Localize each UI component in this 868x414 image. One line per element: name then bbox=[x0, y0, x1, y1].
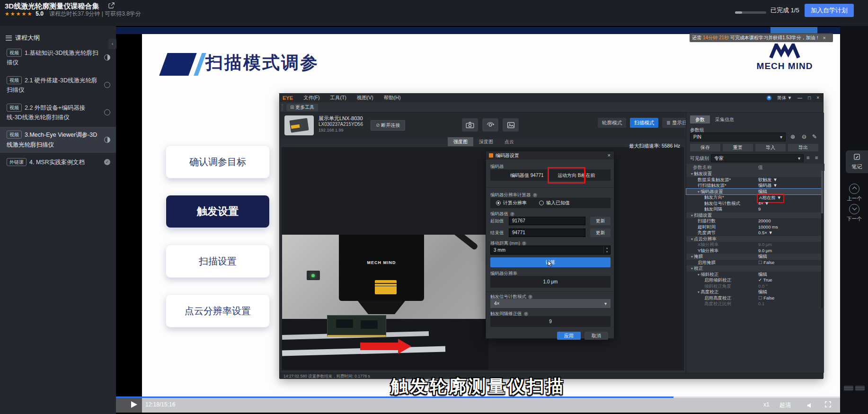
course-outline-item[interactable]: 外链课4. MSR实践案例文档 bbox=[0, 154, 116, 170]
parameter-row[interactable]: 行扫描触发源* 编码器 ▼ bbox=[686, 183, 822, 189]
course-outline-item[interactable]: 视频2.2 外部设备+编码器接线-3D线激光轮廓扫描仪 bbox=[0, 100, 116, 126]
parameter-row[interactable]: 超时时间 10000 ms bbox=[686, 224, 822, 230]
apply-button[interactable]: 应用 bbox=[557, 332, 581, 340]
radio-known-value[interactable]: 输入已知值 bbox=[539, 200, 570, 206]
next-lesson-button[interactable]: 下一个 bbox=[843, 204, 866, 222]
parameter-row[interactable]: 点云分辨率 bbox=[686, 236, 822, 242]
add-group-icon[interactable]: ⊕ bbox=[790, 133, 795, 140]
playback-speed-button[interactable]: x1 bbox=[763, 401, 770, 408]
window-close-button[interactable]: × bbox=[816, 94, 819, 102]
user-account-icon[interactable] bbox=[767, 96, 771, 100]
like-icon[interactable] bbox=[79, 2, 86, 10]
parameter-row[interactable]: 扫描行数 20000 bbox=[686, 218, 822, 224]
save-image-button[interactable] bbox=[503, 118, 519, 132]
view-tab[interactable]: 深度图 bbox=[473, 137, 499, 146]
parameter-row[interactable]: 数据采集触发源* 软触发 ▼ bbox=[686, 177, 822, 183]
dialog-close-icon[interactable]: × bbox=[608, 151, 611, 159]
remove-group-icon[interactable]: ⊖ bbox=[802, 133, 806, 140]
viewer-menu-item[interactable]: 文件(F) bbox=[303, 95, 319, 101]
resolution-mode-radios: 计算分辨率 输入已知值 bbox=[490, 198, 611, 208]
visibility-level-dropdown[interactable]: 专家 bbox=[711, 154, 804, 162]
previous-lesson-button[interactable]: 上一个 bbox=[843, 184, 866, 202]
notice-close-icon[interactable]: × bbox=[823, 35, 826, 41]
parameter-row[interactable]: 扫描设置 bbox=[686, 212, 822, 219]
panel-action-button[interactable]: 保存 bbox=[690, 144, 720, 151]
parameter-row[interactable]: 触发间隔 9 bbox=[686, 206, 822, 212]
sidebar-collapse-button[interactable]: ‹ bbox=[108, 39, 116, 49]
title-accent-shape bbox=[159, 53, 196, 76]
notes-button[interactable]: 笔记 bbox=[846, 150, 868, 173]
mode-button[interactable]: 扫描模式 bbox=[630, 118, 658, 128]
more-tools-button[interactable]: 更多工具 bbox=[286, 104, 318, 111]
disconnect-button[interactable]: 断开连接 bbox=[371, 120, 405, 131]
parameter-row[interactable]: 高度校正比例 0.1 bbox=[686, 301, 822, 307]
parameter-row[interactable]: Y轴分辨率 9.0 μm bbox=[686, 248, 822, 254]
parameter-row[interactable]: 亮度调节 0.5× ▼ bbox=[686, 230, 822, 236]
panel-scrollbar[interactable] bbox=[821, 171, 823, 308]
mini-control-button[interactable] bbox=[855, 386, 865, 391]
viewer-menu-item[interactable]: 视图(V) bbox=[357, 95, 373, 101]
course-outline-item[interactable]: 视频3.Mech-Eye Viewer调参-3D线激光轮廓扫描仪 bbox=[0, 127, 116, 153]
capture-image-button[interactable] bbox=[462, 118, 478, 132]
count-mode-dropdown[interactable]: 4× bbox=[490, 299, 611, 308]
panel-action-button[interactable]: 重置 bbox=[723, 144, 753, 151]
start-value-input[interactable]: 91767 bbox=[509, 217, 585, 225]
parameter-group-dropdown[interactable]: PIN bbox=[690, 132, 786, 141]
mode-button[interactable]: 轮廓模式 bbox=[598, 118, 626, 128]
viewer-menu-item[interactable]: 工具(T) bbox=[330, 95, 346, 101]
parameter-row[interactable]: 启用掩膜 False bbox=[686, 260, 822, 266]
help-icon[interactable] bbox=[522, 241, 526, 246]
parameter-row[interactable]: 启用高度校正 False bbox=[686, 295, 822, 301]
help-icon[interactable] bbox=[510, 212, 514, 216]
panel-action-button[interactable]: 导出 bbox=[788, 144, 818, 151]
parameter-row[interactable]: 高度校正 编辑 bbox=[686, 289, 822, 295]
viewer-menu-item[interactable]: 帮助(H) bbox=[384, 95, 401, 101]
distance-spinner[interactable]: 3 mm▴▾ bbox=[490, 246, 611, 255]
photo-device-label: MECH MIND bbox=[339, 260, 424, 265]
spinner-arrows-icon[interactable]: ▴▾ bbox=[603, 246, 610, 254]
update-start-button[interactable]: 更新 bbox=[590, 217, 611, 225]
parameter-row[interactable]: 编码器设置 编辑 bbox=[686, 189, 822, 195]
share-icon[interactable] bbox=[108, 2, 115, 10]
parameter-row[interactable]: 校正 bbox=[686, 265, 822, 272]
parameter-row[interactable]: 倾斜校正角度 0.0 ° bbox=[686, 283, 822, 290]
view-tab[interactable]: 点云 bbox=[499, 137, 520, 146]
parameter-row[interactable]: 触发信号计数模式 4× ▼ bbox=[686, 201, 822, 207]
slide-step-label: 确认调参目标 bbox=[189, 156, 246, 168]
radio-calc-resolution[interactable]: 计算分辨率 bbox=[496, 200, 527, 206]
parameter-row[interactable]: 启用倾斜校正 True bbox=[686, 277, 822, 283]
join-plan-button[interactable]: 加入自学计划 bbox=[805, 4, 854, 17]
volume-icon[interactable] bbox=[807, 402, 814, 410]
favorite-star-icon[interactable]: ☆ bbox=[94, 2, 100, 9]
expand-all-icon[interactable]: ≡ bbox=[815, 155, 818, 160]
rename-group-icon[interactable]: ✎ bbox=[812, 133, 817, 140]
window-minimize-button[interactable]: — bbox=[797, 94, 802, 102]
tab-acquisition-info[interactable]: 采集信息 bbox=[712, 115, 737, 123]
panel-action-button[interactable]: 导入 bbox=[755, 144, 786, 151]
play-button[interactable] bbox=[131, 401, 137, 408]
cancel-button[interactable]: 取消 bbox=[585, 332, 608, 340]
parameter-row[interactable]: 倾斜校正 编辑 bbox=[686, 272, 822, 278]
view-tab[interactable]: 强度图 bbox=[448, 137, 473, 146]
video-player-area[interactable]: 扫描模式调参 MECH MIND 确认调参目标 触发设置 扫描设置 点云分辨率设… bbox=[116, 26, 840, 414]
collapse-all-icon[interactable]: ≡ bbox=[806, 155, 809, 160]
mini-control-button[interactable] bbox=[844, 386, 853, 391]
help-icon[interactable] bbox=[533, 193, 537, 197]
end-value-input[interactable]: 94771 bbox=[509, 229, 585, 237]
language-selector[interactable]: 简体 ▼ bbox=[777, 95, 792, 101]
quality-button[interactable]: 超清 bbox=[779, 401, 791, 409]
parameter-row[interactable]: 触发方向* A相在前 ▼ bbox=[686, 194, 822, 201]
course-outline-item[interactable]: 视频1.基础知识-3D线激光轮廓扫描仪 bbox=[0, 45, 116, 71]
help-icon[interactable] bbox=[528, 295, 532, 299]
parameter-row[interactable]: X轴分辨率 9.0 μm bbox=[686, 242, 822, 248]
update-end-button[interactable]: 更新 bbox=[590, 229, 611, 237]
help-icon[interactable] bbox=[524, 312, 528, 316]
tab-parameters[interactable]: 参数 bbox=[690, 115, 710, 123]
fullscreen-icon[interactable] bbox=[824, 401, 832, 410]
parameter-row[interactable]: 掩膜 编辑 bbox=[686, 254, 822, 260]
course-outline-item[interactable]: 视频2.1 硬件搭建-3D线激光轮廓扫描仪 bbox=[0, 72, 116, 98]
continuous-capture-button[interactable] bbox=[482, 118, 498, 132]
parameter-row[interactable]: 触发设置 bbox=[686, 171, 822, 177]
window-maximize-button[interactable]: □ bbox=[808, 94, 811, 102]
parameter-label: 倾斜校正 bbox=[698, 272, 718, 278]
